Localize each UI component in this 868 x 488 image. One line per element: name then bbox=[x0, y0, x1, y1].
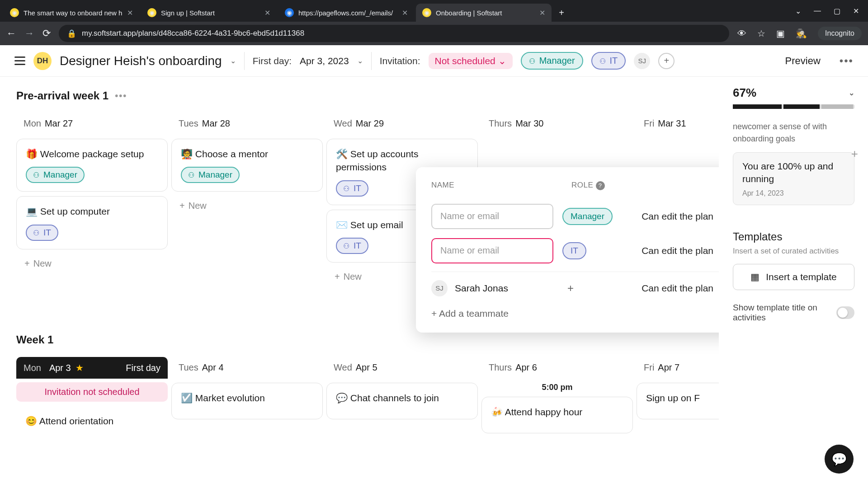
day-header-first: MonApr 3★First day bbox=[16, 357, 168, 379]
role-chip-it[interactable]: IT bbox=[26, 225, 58, 241]
new-tab-button[interactable]: + bbox=[553, 5, 570, 21]
templates-heading: Templates bbox=[733, 230, 854, 243]
role-chip-it[interactable]: IT bbox=[562, 242, 586, 259]
activity-card[interactable]: 🧑‍🏫 Choose a mentor Manager bbox=[171, 139, 323, 192]
goal-card[interactable]: You are 100% up and running Apr 14, 2023 bbox=[733, 152, 854, 205]
invitation-warning[interactable]: Invitation not scheduled bbox=[16, 382, 168, 402]
insert-template-button[interactable]: ▦Insert a template bbox=[733, 264, 854, 290]
role-chip-manager[interactable]: Manager bbox=[562, 208, 613, 225]
day-header: TuesApr 4 bbox=[171, 357, 323, 378]
toggle-label: Show template title on activities bbox=[733, 303, 830, 323]
goal-title: You are 100% up and running bbox=[742, 160, 845, 186]
app-header: DH Designer Heish's onboarding ⌄ First d… bbox=[0, 45, 868, 77]
chevron-down-icon[interactable]: ⌄ bbox=[795, 7, 801, 15]
star-icon[interactable]: ☆ bbox=[757, 28, 765, 39]
favicon-icon: ◉ bbox=[285, 8, 294, 17]
day-header: MonMar 27 bbox=[16, 113, 168, 134]
forward-icon[interactable]: → bbox=[24, 28, 34, 39]
tab-2[interactable]: ◉https://pageflows.com/_/emails/✕ bbox=[278, 4, 414, 22]
role-chip-manager[interactable]: Manager bbox=[521, 52, 583, 70]
template-title-toggle[interactable] bbox=[836, 306, 854, 319]
invitation-status[interactable]: Not scheduled ⌄ bbox=[429, 53, 513, 69]
role-chip-manager[interactable]: Manager bbox=[181, 167, 240, 183]
role-chip-manager[interactable]: Manager bbox=[26, 167, 85, 183]
favicon-icon: ◉ bbox=[10, 8, 19, 17]
emoji-icon: 🛠️ bbox=[336, 149, 348, 159]
close-icon[interactable]: ✕ bbox=[539, 9, 545, 17]
close-icon[interactable]: ✕ bbox=[402, 9, 408, 17]
close-icon[interactable]: ✕ bbox=[264, 9, 270, 17]
name-input-manager[interactable] bbox=[431, 204, 553, 229]
preview-button[interactable]: Preview bbox=[774, 52, 831, 70]
minimize-icon[interactable]: — bbox=[814, 7, 821, 15]
activity-card[interactable]: 🎁 Welcome package setup Manager bbox=[16, 139, 168, 192]
close-window-icon[interactable]: ✕ bbox=[853, 7, 859, 15]
day-header: FriMar 31 bbox=[637, 113, 719, 134]
chevron-down-icon[interactable]: ⌄ bbox=[230, 56, 236, 65]
chevron-down-icon[interactable]: ⌄ bbox=[849, 89, 854, 97]
browser-addressbar: ← → ⟳ 🔒 my.softstart.app/plans/d48cca86-… bbox=[0, 22, 868, 45]
divider bbox=[371, 52, 372, 70]
favicon-icon: ◉ bbox=[422, 8, 431, 17]
first-day-label: First day: bbox=[253, 56, 292, 66]
tab-title: Onboarding | Softstart bbox=[436, 9, 535, 17]
new-activity-button[interactable]: + New bbox=[171, 194, 323, 217]
permission-select[interactable]: Can edit the plan ⌄ bbox=[642, 211, 719, 222]
permission-select[interactable]: Can edit the plan ⌄ bbox=[642, 245, 719, 256]
back-icon[interactable]: ← bbox=[6, 28, 16, 39]
emoji-icon: ✉️ bbox=[336, 220, 348, 230]
day-column: MonMar 27 🎁 Welcome package setup Manage… bbox=[16, 113, 168, 311]
add-teammate-button[interactable]: + bbox=[658, 53, 675, 69]
day-header: WedMar 29 bbox=[326, 113, 478, 134]
activity-card[interactable]: Sign up on F bbox=[637, 383, 719, 419]
emoji-icon: 💬 bbox=[336, 393, 348, 403]
teammate-avatar[interactable]: SJ bbox=[634, 53, 650, 69]
day-header: WedApr 5 bbox=[326, 357, 478, 378]
activity-card[interactable]: 💻 Set up computer IT bbox=[16, 196, 168, 249]
eye-off-icon[interactable]: 👁 bbox=[737, 28, 746, 39]
add-role-button[interactable]: + bbox=[562, 280, 579, 296]
day-column: FriApr 7 Sign up on F bbox=[637, 357, 719, 434]
day-column: MonApr 3★First day Invitation not schedu… bbox=[16, 357, 168, 434]
role-chip-it[interactable]: IT bbox=[336, 180, 368, 197]
chat-fab[interactable]: 💬 bbox=[825, 445, 854, 474]
day-column: ThursApr 6 5:00 pm 🍻 Attend happy hour bbox=[481, 357, 633, 434]
close-icon[interactable]: ✕ bbox=[127, 9, 133, 17]
user-avatar[interactable]: DH bbox=[33, 52, 52, 70]
tab-3[interactable]: ◉Onboarding | Softstart✕ bbox=[416, 4, 552, 22]
activity-card[interactable]: 😊 Attend orientation bbox=[16, 406, 168, 427]
star-icon: ★ bbox=[75, 362, 84, 373]
more-icon[interactable]: ••• bbox=[840, 55, 854, 67]
activity-card[interactable]: 💬 Chat channels to join bbox=[326, 383, 478, 419]
avatar: SJ bbox=[431, 280, 448, 296]
url-text: my.softstart.app/plans/d48cca86-6224-4a3… bbox=[82, 29, 304, 38]
role-chip-it[interactable]: IT bbox=[336, 238, 368, 254]
page-title: Designer Heish's onboarding bbox=[60, 54, 222, 68]
tab-1[interactable]: ◉Sign up | Softstart✕ bbox=[141, 4, 277, 22]
teammate-name: Sarah Jonas bbox=[455, 283, 508, 294]
menu-icon[interactable] bbox=[14, 56, 25, 65]
teammates-popover: NAME ROLE ? Manager Can edit the plan ⌄ … bbox=[416, 167, 719, 333]
reload-icon[interactable]: ⟳ bbox=[42, 28, 51, 39]
more-icon[interactable]: ••• bbox=[115, 91, 127, 101]
extensions-icon[interactable]: ▣ bbox=[776, 28, 785, 39]
maximize-icon[interactable]: ▢ bbox=[834, 7, 840, 15]
day-column: TuesMar 28 🧑‍🏫 Choose a mentor Manager +… bbox=[171, 113, 323, 311]
name-input-it[interactable] bbox=[431, 238, 553, 263]
tab-0[interactable]: ◉The smart way to onboard new h✕ bbox=[4, 4, 139, 22]
favicon-icon: ◉ bbox=[147, 8, 156, 17]
chevron-down-icon[interactable]: ⌄ bbox=[357, 56, 363, 65]
activity-card[interactable]: ☑️ Market evolution bbox=[171, 383, 323, 419]
new-activity-button[interactable]: + New bbox=[16, 252, 168, 275]
address-field[interactable]: 🔒 my.softstart.app/plans/d48cca86-6224-4… bbox=[59, 25, 729, 42]
first-day-value[interactable]: Apr 3, 2023 bbox=[300, 56, 349, 66]
help-icon[interactable]: ? bbox=[596, 181, 605, 190]
role-chip-it[interactable]: IT bbox=[591, 52, 626, 70]
add-goal-button[interactable]: + bbox=[851, 147, 858, 161]
day-header: FriApr 7 bbox=[637, 357, 719, 378]
activity-card[interactable]: 🍻 Attend happy hour bbox=[481, 397, 633, 433]
permission-select[interactable]: Can edit the plan ⌄ bbox=[642, 283, 719, 294]
tab-title: Sign up | Softstart bbox=[161, 9, 260, 17]
browser-titlebar: ◉The smart way to onboard new h✕ ◉Sign u… bbox=[0, 0, 868, 22]
add-teammate-link[interactable]: + Add a teammate bbox=[431, 308, 719, 319]
